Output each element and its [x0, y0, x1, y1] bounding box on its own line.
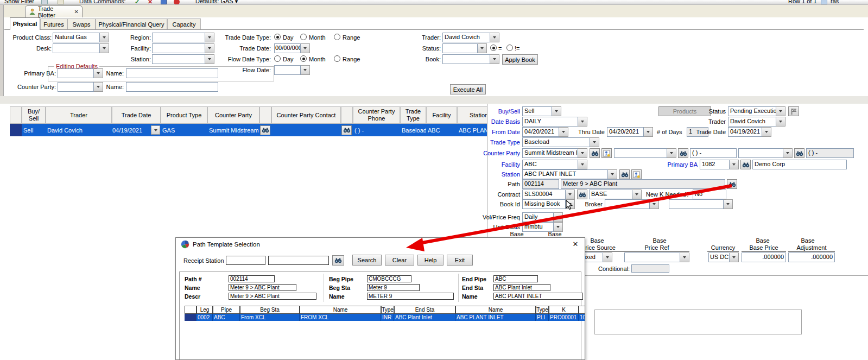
- flow-date-combo[interactable]: [274, 65, 310, 75]
- end-sta-field[interactable]: ABC Plant Inlet: [493, 284, 550, 291]
- primary-ba-filter-combo[interactable]: [58, 68, 103, 78]
- status-filter-combo[interactable]: [442, 43, 487, 53]
- path-name-field[interactable]: Meter 9 > ABC Plant: [561, 179, 725, 189]
- execute-all-button[interactable]: Execute All: [450, 84, 486, 94]
- cell-buy-sell[interactable]: Sell: [22, 124, 46, 136]
- dialog-close-icon[interactable]: ✕: [571, 240, 580, 249]
- contract-combo[interactable]: SLS00004: [522, 190, 575, 199]
- cell-trade-date[interactable]: 04/19/2021: [112, 124, 161, 136]
- status-flag-button[interactable]: [788, 106, 799, 116]
- binoculars-button[interactable]: [619, 169, 630, 179]
- binoculars-button[interactable]: [794, 148, 804, 158]
- binoculars-button[interactable]: [260, 125, 270, 135]
- facility-filter-combo[interactable]: [152, 43, 214, 53]
- leg-cell-name[interactable]: FROM XCL: [300, 314, 381, 321]
- defaults-dropdown[interactable]: Defaults: GAS ▾: [195, 0, 238, 5]
- leg-col-end-sta[interactable]: End Sta: [394, 306, 455, 314]
- contract-type-combo[interactable]: BASE: [589, 190, 642, 199]
- path-id-field[interactable]: 002114: [522, 179, 559, 189]
- contact-card-button[interactable]: [631, 169, 642, 179]
- trade-date-range-radio[interactable]: [334, 34, 340, 40]
- chevron-down-icon[interactable]: [100, 33, 109, 42]
- notes-box[interactable]: [594, 310, 802, 334]
- currency-combo[interactable]: US DC: [708, 252, 739, 262]
- conditional-field[interactable]: [631, 264, 669, 273]
- print-icon[interactable]: [41, 0, 48, 4]
- chevron-down-icon[interactable]: [205, 54, 214, 64]
- leg-col-leg[interactable]: Leg: [197, 306, 213, 314]
- leg-col-name[interactable]: Name: [300, 306, 381, 314]
- binoculars-button[interactable]: [577, 190, 587, 199]
- flow-date-day-radio[interactable]: [274, 55, 281, 62]
- save-icon[interactable]: [161, 0, 167, 4]
- col-cp-phone[interactable]: Counter Party Phone: [353, 106, 400, 124]
- chevron-down-icon[interactable]: [566, 190, 575, 199]
- binoculars-button[interactable]: [590, 148, 600, 158]
- leg-col-tran[interactable]: Tran: [579, 306, 585, 314]
- chevron-down-icon[interactable]: [632, 190, 642, 199]
- chevron-down-icon[interactable]: [559, 127, 568, 137]
- trade-date-month-radio[interactable]: [300, 34, 307, 40]
- leg-cell-leg[interactable]: 0002: [197, 314, 213, 321]
- chevron-down-icon[interactable]: [680, 252, 689, 262]
- leg-cell-k[interactable]: PRO00001: [549, 314, 579, 321]
- chevron-down-icon[interactable]: [301, 43, 310, 53]
- new-k-field[interactable]: No: [693, 190, 726, 199]
- station-filter-combo[interactable]: [152, 54, 214, 64]
- binoculars-button[interactable]: [678, 148, 688, 158]
- chevron-down-icon[interactable]: [578, 148, 587, 158]
- product-class-combo[interactable]: Natural Gas: [53, 33, 109, 42]
- chevron-down-icon[interactable]: [762, 127, 771, 137]
- trade-type-combo[interactable]: Baseload: [522, 137, 599, 147]
- trade-date-combo[interactable]: 00/00/0000: [274, 43, 310, 53]
- leg-col-end-name[interactable]: Name: [455, 306, 536, 314]
- adjustment-field[interactable]: .000000: [788, 252, 835, 262]
- counter-party-name-field[interactable]: [126, 82, 218, 92]
- chevron-down-icon[interactable]: [603, 252, 612, 262]
- chevron-down-icon[interactable]: [478, 43, 487, 53]
- path-descr-field[interactable]: Meter 9 > ABC Plant: [229, 293, 316, 300]
- search-button[interactable]: Search: [352, 255, 382, 266]
- tab-physical[interactable]: Physical: [10, 17, 40, 30]
- chevron-down-icon[interactable]: [94, 68, 103, 78]
- stop-icon[interactable]: [174, 0, 180, 5]
- flow-date-month-radio[interactable]: [300, 55, 307, 62]
- col-trade-type[interactable]: Trade Type: [400, 106, 426, 124]
- status-combo[interactable]: Pending Execution: [728, 106, 785, 116]
- chevron-down-icon[interactable]: [730, 252, 739, 262]
- leg-col-beg-sta[interactable]: Beg Sta: [240, 306, 300, 314]
- leg-cell-end-type[interactable]: PLI: [536, 314, 549, 321]
- primary-ba-combo[interactable]: 1082: [700, 160, 739, 169]
- col-counter-party[interactable]: Counter Party: [207, 106, 259, 124]
- chevron-down-icon[interactable]: [776, 117, 785, 127]
- trader-combo[interactable]: David Covich: [728, 117, 785, 127]
- leg-row-selector[interactable]: [185, 314, 197, 321]
- binoculars-button[interactable]: [341, 125, 352, 135]
- leg-cell-pipe[interactable]: ABC: [213, 314, 240, 321]
- col-cp-contact[interactable]: Counter Party Contact: [271, 106, 341, 124]
- end-name-field[interactable]: ABC PLANT INLET: [493, 293, 583, 300]
- broker-secondary-combo[interactable]: [669, 199, 733, 209]
- chevron-down-icon[interactable]: [608, 169, 617, 179]
- date-basis-combo[interactable]: DAILY: [522, 117, 587, 127]
- counter-party-combo[interactable]: Summit Midstream I: [522, 148, 587, 158]
- book-combo[interactable]: [442, 54, 499, 64]
- chevron-down-icon[interactable]: [552, 106, 561, 116]
- chevron-down-icon[interactable]: [650, 199, 659, 209]
- beg-sta-field[interactable]: Meter 9: [367, 284, 420, 291]
- clear-button[interactable]: Clear: [385, 255, 414, 266]
- print-preview-icon[interactable]: [58, 0, 64, 4]
- trade-date-panel-combo[interactable]: 04/19/2021: [728, 127, 771, 137]
- chevron-down-icon[interactable]: [554, 212, 563, 222]
- cp-alt-phone-field[interactable]: ( ) -: [806, 148, 854, 158]
- tab-capacity[interactable]: Capacity: [167, 18, 201, 30]
- commit-icon[interactable]: ✓: [135, 0, 140, 5]
- status-not-equals-radio[interactable]: [506, 45, 513, 51]
- tab-swaps[interactable]: Swaps: [67, 18, 96, 30]
- chevron-down-icon[interactable]: [578, 117, 587, 127]
- primary-ba-name-field-panel[interactable]: Demo Corp: [752, 160, 847, 169]
- base-price-field[interactable]: .000000: [742, 252, 786, 262]
- chevron-down-icon[interactable]: [94, 82, 103, 92]
- buy-sell-combo[interactable]: Sell: [522, 106, 561, 116]
- contact-card-button[interactable]: [601, 148, 612, 158]
